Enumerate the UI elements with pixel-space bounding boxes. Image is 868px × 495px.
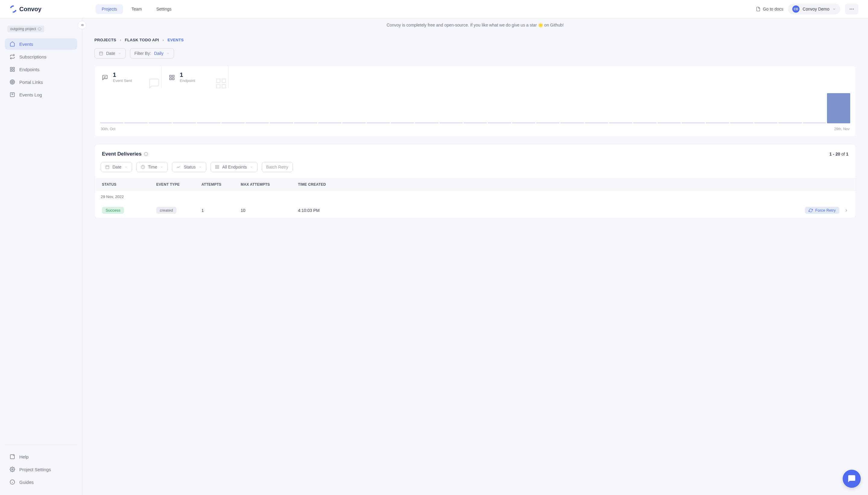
calendar-icon <box>99 51 103 55</box>
svg-rect-44 <box>216 166 217 167</box>
github-banner[interactable]: Convoy is completely free and open-sourc… <box>82 18 868 32</box>
log-icon <box>10 92 15 97</box>
stat-label: Endpoint <box>180 79 195 83</box>
main-content: Convoy is completely free and open-sourc… <box>82 18 868 495</box>
sidebar-item-label: Subscriptions <box>19 54 47 59</box>
svg-rect-8 <box>13 67 15 69</box>
svg-rect-46 <box>217 167 219 169</box>
sidebar-item-portal-links[interactable]: Portal Links <box>5 76 77 88</box>
svg-point-12 <box>11 81 14 84</box>
status-badge: Success <box>102 207 124 214</box>
chart-bar <box>633 122 656 123</box>
chart-bar <box>391 122 414 123</box>
deliveries-status-filter[interactable]: Status <box>172 162 206 172</box>
col-attempts: ATTEMPTS <box>201 182 241 187</box>
deliveries-title: Event Deliveries <box>102 151 148 157</box>
svg-rect-33 <box>222 79 226 83</box>
refresh-icon <box>808 208 813 212</box>
tab-team[interactable]: Team <box>126 4 148 14</box>
sidebar-item-label: Endpoints <box>19 67 39 72</box>
date-group-header: 29 Nov, 2022 <box>95 191 856 203</box>
sidebar-item-endpoints[interactable]: Endpoints <box>5 64 77 75</box>
sidebar-item-label: Guides <box>19 480 34 485</box>
chat-fab[interactable] <box>843 470 861 488</box>
chart-icon <box>177 165 181 169</box>
sidebar-item-subscriptions[interactable]: Subscriptions <box>5 51 77 63</box>
stats-card: 1 Event Sent 1 Endpoint <box>95 66 856 137</box>
stat-value: 1 <box>113 71 132 79</box>
col-time-created: TIME CREATED <box>298 182 352 187</box>
project-type-badge: outgoing project <box>7 25 44 32</box>
deliveries-time-filter[interactable]: Time <box>136 162 168 172</box>
user-dropdown[interactable]: CD Convoy Demo <box>788 4 840 15</box>
batch-retry-button[interactable]: Batch Retry <box>262 162 293 172</box>
svg-rect-39 <box>106 166 109 169</box>
chart-bar <box>439 122 463 123</box>
svg-point-1 <box>851 9 852 10</box>
breadcrumb-projects[interactable]: PROJECTS <box>95 38 116 42</box>
breadcrumb: PROJECTS › FLASK TODO API › EVENTS <box>95 38 856 42</box>
chevron-right-icon[interactable] <box>844 208 848 212</box>
table-row[interactable]: Success created 1 10 4:10:03 PM Force Re… <box>95 203 856 218</box>
breadcrumb-project-name[interactable]: FLASK TODO API <box>125 38 159 42</box>
chart-bar <box>221 122 245 123</box>
chart-bar <box>367 122 390 123</box>
col-status: STATUS <box>102 182 156 187</box>
chart-bar <box>173 122 196 123</box>
collapse-sidebar-button[interactable] <box>78 21 86 29</box>
grid-bg-icon <box>215 78 227 88</box>
sidebar-item-label: Help <box>19 454 29 459</box>
user-name: Convoy Demo <box>803 7 829 12</box>
event-deliveries-card: Event Deliveries 1 - 20 of 1 Date <box>95 144 856 218</box>
info-icon <box>10 479 15 485</box>
chart-bar <box>682 122 705 123</box>
max-attempts-value: 10 <box>241 208 298 213</box>
attempts-value: 1 <box>201 208 241 213</box>
deliveries-endpoints-filter[interactable]: All Endpoints <box>211 162 257 172</box>
chart-bar <box>270 122 293 123</box>
tab-projects[interactable]: Projects <box>96 4 123 14</box>
logo[interactable]: Convoy <box>10 5 41 13</box>
chart-bar <box>100 122 123 123</box>
avatar: CD <box>792 5 800 13</box>
sidebar-item-project-settings[interactable]: Project Settings <box>5 464 77 475</box>
chart-bar <box>464 122 487 123</box>
info-icon[interactable] <box>144 152 148 156</box>
docs-link[interactable]: Go to docs <box>756 7 784 12</box>
chevron-down-icon <box>160 166 163 169</box>
chart-bar <box>342 122 366 123</box>
deliveries-date-filter[interactable]: Date <box>101 162 132 172</box>
chart-bar <box>536 122 560 123</box>
chevron-down-icon <box>124 166 128 169</box>
info-icon[interactable] <box>38 27 41 31</box>
col-max-attempts: MAX ATTEMPTS <box>241 182 298 187</box>
sidebar-item-events-log[interactable]: Events Log <box>5 89 77 100</box>
svg-rect-47 <box>216 167 217 169</box>
more-button[interactable] <box>845 4 858 15</box>
chart-bar <box>124 122 148 123</box>
event-icon <box>102 74 108 80</box>
svg-point-13 <box>12 82 13 83</box>
clock-icon <box>141 165 145 169</box>
filter-by-value: Daily <box>154 51 164 56</box>
sidebar-item-events[interactable]: Events <box>5 38 77 50</box>
chevron-down-icon <box>832 7 836 11</box>
gear-icon <box>10 467 15 472</box>
filter-by-dropdown[interactable]: Filter By: Daily <box>130 48 174 58</box>
chevron-down-icon <box>250 166 253 169</box>
convoy-logo-icon <box>10 5 17 13</box>
chat-icon <box>848 475 856 483</box>
sidebar-item-guides[interactable]: Guides <box>5 476 77 488</box>
force-retry-button[interactable]: Force Retry <box>805 207 839 214</box>
chart-bar <box>246 122 269 123</box>
grid-icon <box>10 67 15 72</box>
event-bg-icon <box>148 78 160 88</box>
sidebar-item-help[interactable]: Help <box>5 451 77 462</box>
chevron-right-icon: › <box>120 38 121 42</box>
stat-endpoint: 1 Endpoint <box>162 66 229 88</box>
svg-rect-7 <box>10 67 12 69</box>
tab-settings[interactable]: Settings <box>150 4 178 14</box>
help-icon <box>10 454 15 459</box>
date-filter[interactable]: Date <box>95 48 126 58</box>
chart-end-label: 29th, Nov <box>834 127 850 131</box>
